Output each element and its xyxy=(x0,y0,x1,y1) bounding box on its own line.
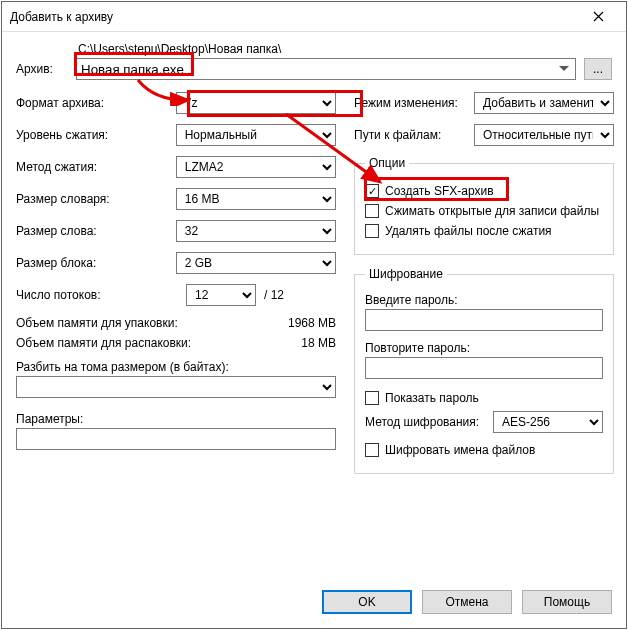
help-button[interactable]: Помощь xyxy=(522,590,612,614)
enc-method-select[interactable]: AES-256 xyxy=(493,411,603,433)
sfx-label: Создать SFX-архив xyxy=(385,184,494,198)
archive-path: C:\Users\stepu\Desktop\Новая папка\ xyxy=(76,42,612,56)
dict-label: Размер словаря: xyxy=(16,192,176,206)
sfx-checkbox-row[interactable]: Создать SFX-архив xyxy=(365,184,603,198)
word-label: Размер слова: xyxy=(16,224,176,238)
block-label: Размер блока: xyxy=(16,256,176,270)
archive-filename-input[interactable] xyxy=(76,58,576,80)
method-label: Метод сжатия: xyxy=(16,160,176,174)
password-label: Введите пароль: xyxy=(365,293,603,307)
update-mode-select[interactable]: Добавить и заменить xyxy=(474,92,614,114)
archive-row: Архив: C:\Users\stepu\Desktop\Новая папк… xyxy=(16,42,612,80)
mem-pack-label: Объем памяти для упаковки: xyxy=(16,316,178,330)
level-select[interactable]: Нормальный xyxy=(176,124,336,146)
format-label: Формат архива: xyxy=(16,96,176,110)
dialog-footer: OK Отмена Помощь xyxy=(2,580,626,628)
encryption-group: Шифрование Введите пароль: Повторите пар… xyxy=(354,267,614,474)
delete-label: Удалять файлы после сжатия xyxy=(385,224,552,238)
window-title: Добавить к архиву xyxy=(10,10,578,24)
browse-button[interactable]: ... xyxy=(584,58,612,80)
method-select[interactable]: LZMA2 xyxy=(176,156,336,178)
left-pane: Формат архива: 7z Уровень сжатия: Нормал… xyxy=(16,92,336,474)
enc-names-checkbox[interactable] xyxy=(365,443,379,457)
options-group: Опции Создать SFX-архив Сжимать открытые… xyxy=(354,156,614,255)
cancel-button[interactable]: Отмена xyxy=(422,590,512,614)
shared-checkbox[interactable] xyxy=(365,204,379,218)
show-password-checkbox[interactable] xyxy=(365,391,379,405)
mem-unpack-value: 18 MB xyxy=(301,336,336,350)
close-icon xyxy=(593,11,604,22)
delete-checkbox[interactable] xyxy=(365,224,379,238)
level-label: Уровень сжатия: xyxy=(16,128,176,142)
paths-select[interactable]: Относительные пути xyxy=(474,124,614,146)
block-select[interactable]: 2 GB xyxy=(176,252,336,274)
ok-button[interactable]: OK xyxy=(322,590,412,614)
enc-method-label: Метод шифрования: xyxy=(365,415,493,429)
options-legend: Опции xyxy=(365,156,409,170)
titlebar: Добавить к архиву xyxy=(2,2,626,32)
split-label: Разбить на тома размером (в байтах): xyxy=(16,360,336,374)
split-select[interactable] xyxy=(16,376,336,398)
show-password-row[interactable]: Показать пароль xyxy=(365,391,603,405)
word-select[interactable]: 32 xyxy=(176,220,336,242)
close-button[interactable] xyxy=(578,3,618,31)
dialog-window: Добавить к архиву Архив: C:\Users\stepu\… xyxy=(1,1,627,629)
threads-select[interactable]: 12 xyxy=(186,284,256,306)
password2-label: Повторите пароль: xyxy=(365,341,603,355)
update-mode-label: Режим изменения: xyxy=(354,96,474,110)
params-label: Параметры: xyxy=(16,412,336,426)
mem-pack-value: 1968 MB xyxy=(288,316,336,330)
enc-names-label: Шифровать имена файлов xyxy=(385,443,535,457)
mem-unpack-label: Объем памяти для распаковки: xyxy=(16,336,191,350)
encryption-legend: Шифрование xyxy=(365,267,447,281)
sfx-checkbox[interactable] xyxy=(365,184,379,198)
enc-names-row[interactable]: Шифровать имена файлов xyxy=(365,443,603,457)
password-input[interactable] xyxy=(365,309,603,331)
dict-select[interactable]: 16 MB xyxy=(176,188,336,210)
shared-checkbox-row[interactable]: Сжимать открытые для записи файлы xyxy=(365,204,603,218)
delete-checkbox-row[interactable]: Удалять файлы после сжатия xyxy=(365,224,603,238)
paths-label: Пути к файлам: xyxy=(354,128,474,142)
right-pane: Режим изменения: Добавить и заменить Пут… xyxy=(354,92,614,474)
ellipsis-icon: ... xyxy=(593,62,603,76)
shared-label: Сжимать открытые для записи файлы xyxy=(385,204,599,218)
params-input[interactable] xyxy=(16,428,336,450)
threads-total: / 12 xyxy=(264,288,284,302)
dialog-content: Архив: C:\Users\stepu\Desktop\Новая папк… xyxy=(2,32,626,580)
threads-label: Число потоков: xyxy=(16,288,186,302)
archive-label: Архив: xyxy=(16,42,76,76)
password2-input[interactable] xyxy=(365,357,603,379)
format-select[interactable]: 7z xyxy=(176,92,336,114)
show-password-label: Показать пароль xyxy=(385,391,479,405)
